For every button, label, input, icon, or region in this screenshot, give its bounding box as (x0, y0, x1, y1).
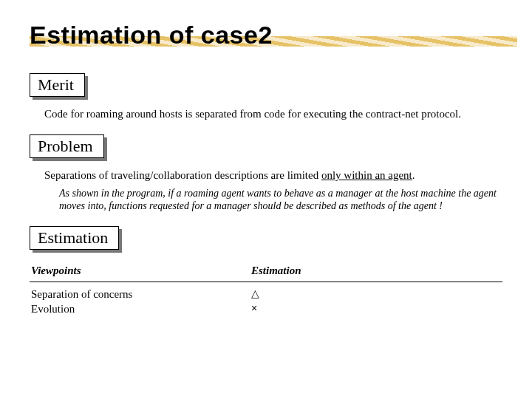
estimation-table: Viewpoints Estimation Separation of conc… (30, 265, 502, 317)
table-header-row: Viewpoints Estimation (30, 265, 502, 280)
row-value: × (251, 301, 502, 316)
section-problem-box: Problem (30, 134, 104, 158)
row-label: Evolution (30, 301, 251, 316)
section-problem-label: Problem (30, 134, 104, 158)
header-estimation: Estimation (251, 265, 502, 277)
table-row: Evolution × (30, 301, 502, 316)
problem-subtext: As shown in the program, if a roaming ag… (59, 187, 502, 213)
header-viewpoints: Viewpoints (30, 265, 251, 277)
slide-title: Estimation of case2 (30, 21, 502, 50)
problem-text: Separations of traveling/collaboration d… (44, 168, 502, 183)
section-estimation-box: Estimation (30, 226, 119, 250)
row-value: △ (251, 287, 502, 301)
merit-text: Code for roaming around hosts is separat… (44, 107, 502, 121)
title-block: Estimation of case2 (30, 21, 502, 50)
table-divider (30, 282, 502, 282)
row-label: Separation of concerns (30, 287, 251, 301)
table-row: Separation of concerns △ (30, 287, 502, 301)
section-merit-label: Merit (30, 73, 85, 97)
section-estimation-label: Estimation (30, 226, 119, 250)
problem-text-suffix: . (412, 169, 415, 181)
problem-text-underlined: only within an agent (321, 169, 412, 181)
section-merit-box: Merit (30, 73, 85, 97)
problem-text-prefix: Separations of traveling/collaboration d… (44, 169, 321, 181)
